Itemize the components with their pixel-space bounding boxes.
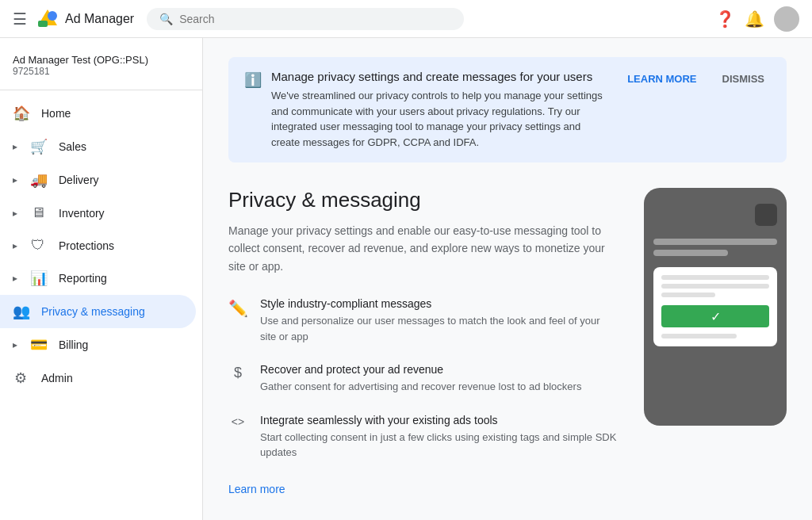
sidebar-item-inventory[interactable]: ▸ 🖥 Inventory: [0, 197, 196, 229]
main-content: ℹ️ Manage privacy settings and create me…: [203, 38, 812, 520]
info-banner: ℹ️ Manage privacy settings and create me…: [228, 57, 787, 162]
phone-lines: [653, 239, 777, 256]
expand-icon: ▸: [13, 240, 17, 251]
privacy-messaging-icon: 👥: [13, 303, 29, 320]
dismiss-banner-button[interactable]: DISMISS: [716, 70, 771, 88]
feature-desc: Start collecting consent in just a few c…: [260, 430, 619, 461]
banner-text: We've streamlined our privacy controls t…: [271, 88, 611, 150]
sidebar-item-label: Billing: [59, 338, 88, 351]
info-icon: ℹ️: [244, 71, 262, 89]
page-left: Privacy & messaging Manage your privacy …: [228, 188, 619, 495]
pencil-icon: ✏️: [228, 299, 247, 318]
home-icon: 🏠: [13, 105, 29, 122]
feature-list: ✏️ Style industry-compliant messages Use…: [228, 297, 619, 461]
top-nav: ☰ Ad Manager 🔍 ❓ 🔔: [0, 0, 812, 38]
sidebar-item-label: Sales: [59, 140, 86, 153]
account-id: 9725181: [13, 66, 190, 77]
phone-card-line-short: [661, 292, 715, 297]
sidebar-item-home[interactable]: 🏠 Home: [0, 97, 196, 130]
search-icon: 🔍: [159, 13, 173, 25]
layout: Ad Manager Test (OPG::PSL) 9725181 🏠 Hom…: [0, 38, 812, 520]
sidebar-item-admin[interactable]: ⚙ Admin: [0, 361, 196, 395]
sidebar: Ad Manager Test (OPG::PSL) 9725181 🏠 Hom…: [0, 38, 203, 520]
delivery-icon: 🚚: [30, 171, 46, 189]
phone-card: ✓: [653, 267, 777, 346]
logo: Ad Manager: [36, 8, 134, 30]
sidebar-item-privacy-messaging[interactable]: 👥 Privacy & messaging: [0, 295, 196, 328]
sidebar-item-label: Protections: [59, 239, 114, 252]
feature-desc: Use and personalize our user messages to…: [260, 313, 619, 344]
billing-icon: 💳: [30, 336, 46, 354]
avatar[interactable]: [774, 6, 799, 32]
learn-more-banner-button[interactable]: LEARN MORE: [621, 70, 703, 88]
sidebar-item-label: Inventory: [59, 207, 105, 220]
phone-line: [653, 239, 777, 245]
feature-title: Recover and protect your ad revenue: [260, 363, 581, 376]
reporting-icon: 📊: [30, 270, 46, 287]
sidebar-item-reporting[interactable]: ▸ 📊 Reporting: [0, 262, 196, 295]
code-icon: <>: [228, 415, 247, 428]
expand-icon: ▸: [13, 339, 17, 350]
sidebar-item-label: Delivery: [59, 174, 99, 186]
sidebar-item-protections[interactable]: ▸ 🛡 Protections: [0, 229, 196, 262]
sidebar-item-label: Privacy & messaging: [41, 305, 145, 318]
feature-content: Integrate seamlessly with your existing …: [260, 414, 619, 461]
phone-card-line: [661, 275, 769, 280]
sidebar-account: Ad Manager Test (OPG::PSL) 9725181: [0, 44, 202, 90]
page-layout: Privacy & messaging Manage your privacy …: [228, 188, 787, 495]
sidebar-item-label: Home: [41, 107, 71, 120]
feature-item-style: ✏️ Style industry-compliant messages Use…: [228, 297, 619, 344]
feature-content: Style industry-compliant messages Use an…: [260, 297, 619, 344]
sidebar-item-label: Admin: [41, 372, 73, 384]
expand-icon: ▸: [13, 174, 17, 185]
phone-card-line: [661, 284, 769, 289]
phone-bottom-line: [661, 334, 737, 338]
notifications-icon[interactable]: 🔔: [745, 10, 764, 29]
learn-more-link[interactable]: Learn more: [228, 483, 285, 495]
phone-line-short: [653, 250, 728, 256]
feature-content: Recover and protect your ad revenue Gath…: [260, 363, 581, 395]
inventory-icon: 🖥: [30, 205, 46, 221]
hamburger-icon[interactable]: ☰: [13, 10, 27, 29]
search-bar[interactable]: 🔍: [147, 8, 464, 30]
page-description: Manage your privacy settings and enable …: [228, 222, 609, 275]
phone-accept-button: ✓: [661, 305, 769, 327]
dollar-icon: $: [228, 365, 247, 381]
protections-icon: 🛡: [30, 237, 46, 254]
logo-icon: [36, 8, 59, 30]
phone-top-button: [755, 204, 777, 226]
expand-icon: ▸: [13, 141, 17, 152]
phone-card-lines: [661, 275, 769, 297]
admin-icon: ⚙: [13, 369, 29, 387]
banner-actions: LEARN MORE DISMISS: [621, 70, 771, 88]
sales-icon: 🛒: [30, 138, 46, 155]
feature-title: Integrate seamlessly with your existing …: [260, 414, 619, 426]
app-title: Ad Manager: [65, 12, 134, 26]
svg-rect-2: [38, 21, 48, 27]
feature-desc: Gather consent for advertising and recov…: [260, 379, 581, 395]
expand-icon: ▸: [13, 208, 17, 219]
expand-icon: ▸: [13, 273, 17, 284]
feature-item-integrate: <> Integrate seamlessly with your existi…: [228, 414, 619, 461]
feature-title: Style industry-compliant messages: [260, 297, 619, 310]
sidebar-item-label: Reporting: [59, 272, 107, 285]
banner-body: Manage privacy settings and create messa…: [271, 70, 611, 150]
page-title: Privacy & messaging: [228, 188, 619, 212]
help-icon[interactable]: ❓: [715, 10, 735, 29]
svg-point-1: [48, 11, 57, 21]
sidebar-item-sales[interactable]: ▸ 🛒 Sales: [0, 130, 196, 163]
phone-mockup: ✓: [644, 188, 787, 426]
account-name: Ad Manager Test (OPG::PSL): [13, 54, 190, 66]
sidebar-item-delivery[interactable]: ▸ 🚚 Delivery: [0, 163, 196, 197]
right-icons: ❓ 🔔: [715, 6, 799, 32]
search-input[interactable]: [179, 13, 451, 25]
banner-title: Manage privacy settings and create messa…: [271, 70, 611, 83]
sidebar-item-billing[interactable]: ▸ 💳 Billing: [0, 328, 196, 361]
feature-item-recover: $ Recover and protect your ad revenue Ga…: [228, 363, 619, 395]
